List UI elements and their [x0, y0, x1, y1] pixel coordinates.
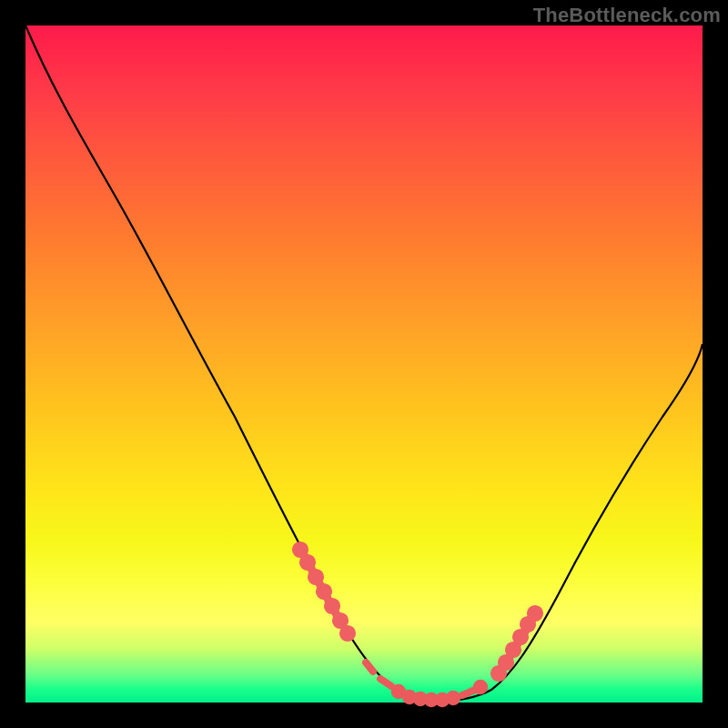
chart-frame: TheBottleneck.com: [0, 0, 728, 728]
svg-point-16: [509, 645, 517, 653]
curve-layer: [25, 25, 703, 703]
svg-point-0: [296, 545, 304, 553]
svg-point-11: [439, 696, 446, 703]
svg-point-10: [428, 696, 435, 703]
bottleneck-curve: [25, 25, 703, 701]
highlight-left-descent: [296, 545, 351, 637]
svg-point-14: [494, 669, 502, 677]
svg-point-6: [343, 629, 351, 637]
svg-point-1: [303, 558, 311, 566]
svg-point-13: [477, 683, 484, 691]
svg-point-8: [406, 693, 413, 701]
svg-point-12: [450, 694, 457, 702]
watermark-text: TheBottleneck.com: [533, 4, 721, 27]
svg-point-2: [311, 572, 319, 581]
svg-point-17: [516, 632, 524, 641]
svg-point-9: [417, 695, 424, 703]
highlight-bottom-trough: [366, 662, 484, 703]
svg-point-18: [523, 620, 531, 628]
svg-point-5: [336, 616, 344, 624]
svg-point-3: [319, 587, 328, 595]
svg-point-15: [501, 658, 510, 666]
highlight-right-ascent: [494, 609, 539, 677]
svg-point-4: [328, 602, 336, 610]
svg-point-7: [395, 688, 402, 695]
svg-point-19: [531, 609, 539, 617]
